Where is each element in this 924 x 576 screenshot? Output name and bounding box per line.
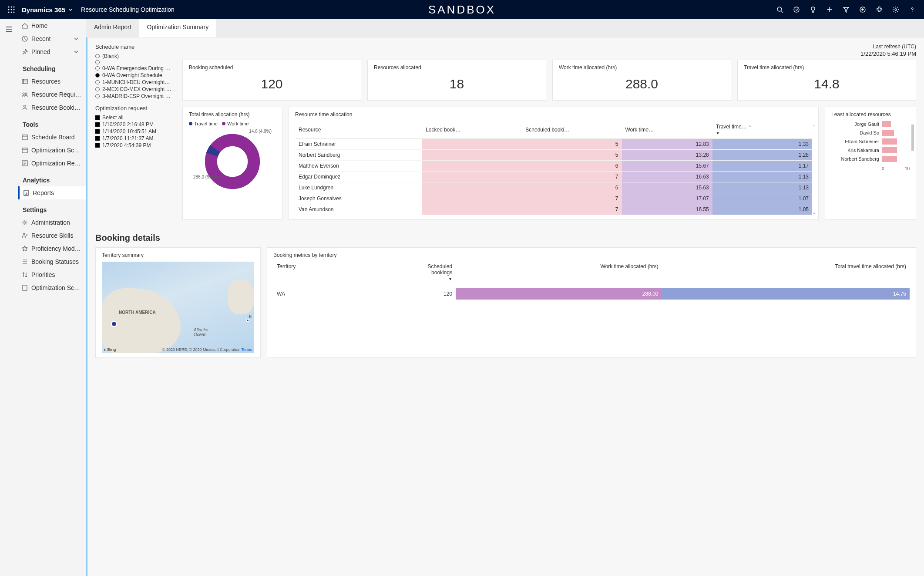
schedule-name-list: (Blank)0-WA Emergencies During …0-WA Ove… xyxy=(95,53,176,100)
metrics-header[interactable]: Total travel time allocated (hrs) xyxy=(662,262,910,288)
nav-booking-statuses[interactable]: Booking Statuses xyxy=(18,255,86,268)
bar-scroll[interactable] xyxy=(911,125,914,151)
nav-resource-bookings[interactable]: Resource Bookings xyxy=(18,101,86,114)
svg-point-4 xyxy=(11,9,12,10)
tabs: Admin Report Optimization Summary xyxy=(86,19,924,37)
schedule-option[interactable] xyxy=(95,60,176,65)
chevron-down-icon xyxy=(74,49,82,54)
hamburger-icon[interactable] xyxy=(5,25,13,576)
plus-icon[interactable] xyxy=(826,6,833,13)
nav-group-tools: Tools xyxy=(18,114,86,131)
svg-point-10 xyxy=(794,7,799,12)
schedule-option[interactable]: (Blank) xyxy=(95,53,176,60)
territory-summary-card: Territory summary NORTH AMERICA E Atlant… xyxy=(95,247,261,358)
metrics-header[interactable]: Work time allocated (hrs) xyxy=(456,262,662,288)
table-row[interactable]: Joseph Gonsalves717.071.07 xyxy=(295,193,812,204)
nav-optimization-schedule[interactable]: Optimization Sche… xyxy=(18,144,86,157)
nav-home[interactable]: Home xyxy=(18,19,86,32)
optreq-option[interactable]: Select all xyxy=(95,114,176,121)
resources-icon xyxy=(18,78,31,85)
optimization-request-list: Select all1/10/2020 2:16:48 PM1/14/2020 … xyxy=(95,114,176,149)
nav-administration[interactable]: Administration xyxy=(18,216,86,229)
metrics-header[interactable]: Territory xyxy=(273,262,355,288)
last-refresh: Last refresh (UTC) 1/22/2020 5:46:19 PM xyxy=(182,44,916,57)
optreq-option[interactable]: 1/7/2020 11:21:37 AM xyxy=(95,135,176,142)
map-point-eu[interactable] xyxy=(246,319,249,322)
tab-admin-report[interactable]: Admin Report xyxy=(86,19,139,37)
nav-resources[interactable]: Resources xyxy=(18,75,86,88)
table-row[interactable]: Van Amundson716.551.05 xyxy=(295,204,812,215)
table-scroll[interactable]: ⌃⌄ xyxy=(812,125,816,215)
gear-icon xyxy=(18,219,31,226)
optreq-option[interactable]: 1/7/2020 4:54:39 PM xyxy=(95,142,176,149)
nav-group-settings: Settings xyxy=(18,199,86,216)
pin-icon xyxy=(18,48,31,55)
map-point-wa[interactable] xyxy=(111,321,117,327)
nav-optimization-sco[interactable]: Optimization Sco… xyxy=(18,281,86,294)
optreq-option[interactable]: 1/10/2020 2:16:48 PM xyxy=(95,121,176,128)
nav-optimization-request[interactable]: Optimization Req… xyxy=(18,157,86,170)
schedule-option[interactable]: 0-WA Emergencies During … xyxy=(95,65,176,72)
svg-rect-19 xyxy=(22,135,27,140)
priority-icon xyxy=(18,271,31,278)
nav-priorities[interactable]: Priorities xyxy=(18,268,86,281)
app-launcher-icon[interactable] xyxy=(3,6,19,13)
svg-point-2 xyxy=(13,7,15,8)
nav-recent[interactable]: Recent xyxy=(18,32,86,45)
svg-point-0 xyxy=(8,7,10,8)
metrics-row[interactable]: WA120288.0014.75 xyxy=(273,288,910,300)
nav-pinned[interactable]: Pinned xyxy=(18,45,86,58)
nav-resource-skills[interactable]: Resource Skills xyxy=(18,229,86,242)
map-terms-link[interactable]: Terms xyxy=(242,347,252,352)
resource-table-card: Resource time allocation ResourceLocked … xyxy=(289,107,819,220)
schedule-option[interactable]: 1-MUNICH-DEU Overnight… xyxy=(95,79,176,86)
svg-rect-25 xyxy=(23,285,27,290)
table-row[interactable]: Matthew Everson615.671.17 xyxy=(295,161,812,172)
app-name: Resource Scheduling Optimization xyxy=(81,6,175,13)
table-header[interactable]: Travel time… ⌃▼ xyxy=(712,121,812,139)
filters-panel: Schedule name (Blank)0-WA Emergencies Du… xyxy=(95,44,176,220)
task-icon[interactable] xyxy=(793,6,800,13)
table-row[interactable]: Edgar Dominquez716.631.13 xyxy=(295,172,812,182)
extension-icon[interactable] xyxy=(875,6,883,13)
table-row[interactable]: Luke Lundgren615.631.13 xyxy=(295,182,812,193)
gear-icon[interactable] xyxy=(892,6,900,13)
optreq-option[interactable]: 1/14/2020 10:45:51 AM xyxy=(95,128,176,135)
help-icon[interactable] xyxy=(908,6,916,13)
optimization-request-label: Optimization request xyxy=(95,105,176,111)
bulb-icon[interactable] xyxy=(809,6,817,13)
brand-label[interactable]: Dynamics 365 xyxy=(22,6,65,13)
chevron-down-icon[interactable] xyxy=(68,7,73,12)
person-icon xyxy=(18,104,31,111)
table-header[interactable]: Scheduled booki… xyxy=(522,121,622,139)
filter-icon[interactable] xyxy=(842,6,850,13)
nav-resource-requirements[interactable]: Resource Require… xyxy=(18,88,86,101)
home-icon xyxy=(18,22,31,29)
schedule-option[interactable]: 0-WA Overnight Schedule xyxy=(95,72,176,79)
nav-schedule-board[interactable]: Schedule Board xyxy=(18,131,86,144)
table-header[interactable]: Work time… xyxy=(622,121,712,139)
table-row[interactable]: Efrain Schreiner512.831.33 xyxy=(295,139,812,150)
svg-point-17 xyxy=(25,93,27,94)
least-allocated-card: Least allocated resources Jorge GaultDav… xyxy=(825,107,916,220)
schedule-option[interactable]: 3-MADRID-ESP Overnight … xyxy=(95,93,176,100)
schedule-option[interactable]: 2-MEXICO-MEX Overnight … xyxy=(95,86,176,93)
table-header[interactable]: Locked book… xyxy=(422,121,522,139)
donut-chart xyxy=(204,133,261,190)
table-row[interactable]: Norbert Sandberg513.281.28 xyxy=(295,150,812,161)
add-circle-icon[interactable] xyxy=(859,6,867,13)
bar-row: Kris Nakamura xyxy=(831,147,910,153)
tab-optimization-summary[interactable]: Optimization Summary xyxy=(139,19,217,37)
main-area: Admin Report Optimization Summary Schedu… xyxy=(86,19,924,576)
nav-group-scheduling: Scheduling xyxy=(18,58,86,75)
metrics-header[interactable]: Scheduledbookings▼ xyxy=(355,262,456,288)
table-header[interactable]: Resource xyxy=(295,121,422,139)
svg-point-23 xyxy=(24,222,26,223)
territory-map[interactable]: NORTH AMERICA E Atlantic Ocean ▸ Bing © … xyxy=(102,262,254,353)
metrics-table: TerritoryScheduledbookings▼Work time all… xyxy=(273,262,910,300)
nav-proficiency[interactable]: Proficiency Models xyxy=(18,242,86,255)
kpi-travel-time: Travel time allocated (hrs) 14.8 xyxy=(737,60,916,101)
search-icon[interactable] xyxy=(776,6,784,13)
nav-reports[interactable]: Reports xyxy=(18,186,86,199)
svg-point-6 xyxy=(8,12,10,13)
